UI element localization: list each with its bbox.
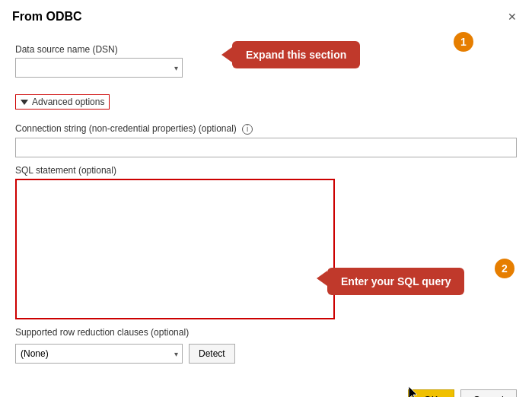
expand-triangle-icon [21,100,28,105]
connection-string-input[interactable] [15,138,517,157]
close-button[interactable]: ✕ [505,9,520,24]
row-reduction-label: Supported row reduction clauses (optiona… [15,327,517,338]
dsn-select[interactable] [15,58,183,78]
advanced-options-toggle[interactable]: Advanced options [15,94,110,110]
dsn-select-wrapper: ▾ [15,58,183,78]
row-reduction-select-wrapper: (None) ▾ [15,344,183,364]
row-reduction-row: (None) ▾ Detect [15,344,517,364]
badge-1: 1 [454,32,473,52]
title-bar: From ODBC ✕ [0,0,532,30]
cancel-button[interactable]: Cancel [460,389,517,397]
callout-2: Enter your SQL query [327,268,464,295]
ok-button[interactable]: OK [408,389,454,397]
sql-statement-textarea[interactable] [15,179,335,319]
detect-button[interactable]: Detect [189,344,235,364]
badge-2: 2 [495,259,514,278]
callout-1: Expand this section [232,41,360,68]
connection-string-label: Connection string (non-credential proper… [15,123,517,135]
dialog-body: Data source name (DSN) ▾ Advanced option… [0,30,532,376]
from-odbc-dialog: From ODBC ✕ Data source name (DSN) ▾ Adv… [0,0,532,397]
connection-string-info-icon: i [242,124,253,135]
advanced-options-label: Advanced options [32,97,104,107]
row-reduction-select[interactable]: (None) [15,344,183,364]
dialog-title: From ODBC [12,10,82,24]
sql-statement-label: SQL statement (optional) [15,165,517,176]
advanced-options-section: Advanced options [15,87,517,116]
dialog-footer: OK Cancel [0,382,532,397]
